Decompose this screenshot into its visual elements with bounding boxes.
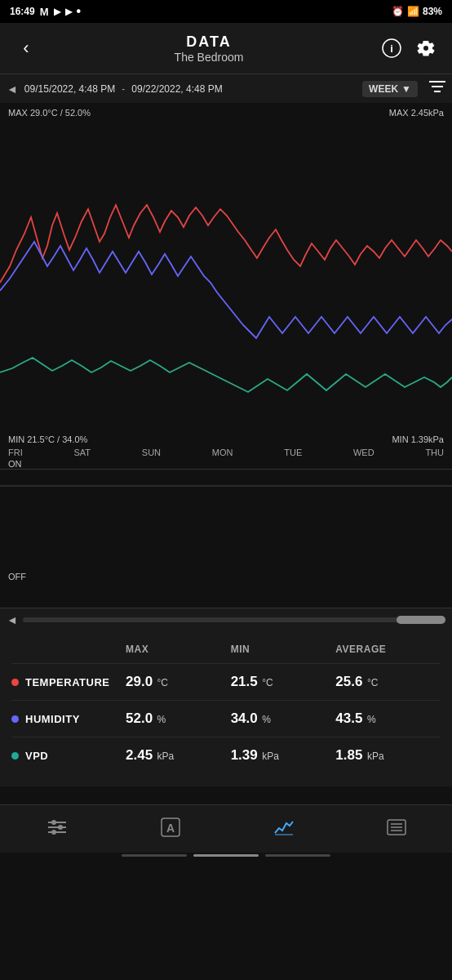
chart-svg xyxy=(0,119,452,430)
status-left: 16:49 M ▶ ▶ • xyxy=(10,4,81,19)
room-subtitle: The Bedroom xyxy=(41,51,377,64)
temperature-min: 21.5 °C xyxy=(231,674,336,690)
svg-point-8 xyxy=(51,820,56,825)
lower-chart: OFF xyxy=(0,469,452,608)
col-min: MIN xyxy=(231,644,336,655)
spacer xyxy=(0,786,452,803)
humidity-text: HUMIDITY xyxy=(25,713,80,725)
humidity-avg: 43.5 % xyxy=(335,710,441,727)
vpd-avg: 1.85 kPa xyxy=(335,747,441,764)
alarm-icon: ⏰ xyxy=(392,6,404,17)
max-right-label: MAX 2.45kPa xyxy=(389,108,444,118)
svg-text:i: i xyxy=(390,42,393,55)
filter-icon xyxy=(429,79,445,94)
status-bar: 16:49 M ▶ ▶ • ⏰ 📶 83% xyxy=(0,0,452,23)
table-row: VPD 2.45 kPa 1.39 kPa 1.85 kPa xyxy=(11,737,441,773)
max-left-label: MAX 29.0°C / 52.0% xyxy=(8,108,91,118)
week-selector[interactable]: WEEK ▼ xyxy=(362,81,418,97)
axis-tue: TUE xyxy=(284,448,302,457)
chart-icon xyxy=(273,818,295,836)
svg-point-10 xyxy=(58,825,63,830)
scroll-track[interactable] xyxy=(23,617,445,622)
filter-button[interactable] xyxy=(429,79,445,98)
page-title: DATA xyxy=(41,33,377,51)
table-row: TEMPERATURE 29.0 °C 21.5 °C 25.6 °C xyxy=(11,663,441,700)
vpd-text: VPD xyxy=(25,750,48,762)
start-date: 09/15/2022, 4:48 PM xyxy=(24,83,115,95)
vpd-max: 2.45 kPa xyxy=(126,747,231,764)
bottom-nav: A xyxy=(0,804,452,853)
m-icon: M xyxy=(40,6,49,18)
axis-mon: MON xyxy=(212,448,233,457)
temperature-max: 29.0 °C xyxy=(126,674,231,690)
on-label: ON xyxy=(0,459,452,469)
date-separator: - xyxy=(122,83,125,95)
col-max: MAX xyxy=(126,644,231,655)
dot-icon: • xyxy=(77,4,82,19)
nav-list-button[interactable] xyxy=(370,815,423,840)
svg-point-12 xyxy=(51,830,56,835)
date-range-bar: ◄ 09/15/2022, 4:48 PM - 09/22/2022, 4:48… xyxy=(0,74,452,103)
humidity-min: 34.0 % xyxy=(231,710,336,727)
axis-sun: SUN xyxy=(142,448,161,457)
scroll-thumb[interactable] xyxy=(397,616,445,624)
vpd-label: VPD xyxy=(11,750,126,762)
temperature-avg: 25.6 °C xyxy=(335,674,441,690)
temperature-dot xyxy=(11,679,19,686)
nav-profile-button[interactable]: A xyxy=(144,813,197,841)
humidity-max: 52.0 % xyxy=(126,710,231,727)
back-button[interactable]: ‹ xyxy=(11,33,41,63)
header-actions: i xyxy=(377,33,441,63)
axis-thu: THU xyxy=(425,448,444,457)
axis-wed: WED xyxy=(353,448,374,457)
main-chart-container: MAX 29.0°C / 52.0% MAX 2.45kPa MIN 21.5°… xyxy=(0,103,452,469)
date-back-arrow[interactable]: ◄ xyxy=(7,82,18,96)
axis-fri: FRI xyxy=(8,448,23,457)
nav-controls-button[interactable] xyxy=(30,815,84,840)
app-header: ‹ DATA The Bedroom i xyxy=(0,23,452,74)
col-avg: AVERAGE xyxy=(335,644,441,655)
play-icon: ▶ xyxy=(65,7,72,17)
settings-button[interactable] xyxy=(411,33,441,63)
scroll-ind-3 xyxy=(265,854,330,857)
sliders-icon xyxy=(47,818,68,836)
vpd-dot xyxy=(11,752,19,760)
vpd-min: 1.39 kPa xyxy=(231,747,336,764)
end-date: 09/22/2022, 4:48 PM xyxy=(131,83,222,95)
scroll-bar[interactable]: ◄ xyxy=(0,608,452,630)
chart-min-labels: MIN 21.5°C / 34.0% MIN 1.39kPa xyxy=(0,433,452,446)
lower-chart-svg xyxy=(0,470,452,592)
header-title-block: DATA The Bedroom xyxy=(41,33,377,64)
week-label: WEEK xyxy=(369,83,398,95)
svg-rect-5 xyxy=(0,119,452,430)
humidity-dot xyxy=(11,715,19,723)
table-row: HUMIDITY 52.0 % 34.0 % 43.5 % xyxy=(11,700,441,737)
temperature-text: TEMPERATURE xyxy=(25,676,109,688)
humidity-label: HUMIDITY xyxy=(11,713,126,725)
chart-max-labels: MAX 29.0°C / 52.0% MAX 2.45kPa xyxy=(0,106,452,119)
battery-display: 83% xyxy=(423,6,442,17)
scroll-left-arrow[interactable]: ◄ xyxy=(7,613,18,626)
youtube-icon: ▶ xyxy=(54,7,60,17)
scroll-ind-1 xyxy=(122,854,187,857)
svg-text:A: A xyxy=(166,822,174,835)
data-table-section: MAX MIN AVERAGE TEMPERATURE 29.0 °C 21.5… xyxy=(0,630,452,786)
scroll-ind-2 xyxy=(193,854,259,857)
gear-icon xyxy=(416,38,436,58)
info-button[interactable]: i xyxy=(377,33,406,63)
bottom-scroll-indicator xyxy=(0,853,452,858)
off-label: OFF xyxy=(8,572,26,581)
temperature-label: TEMPERATURE xyxy=(11,676,126,688)
chart-svg-area xyxy=(0,119,452,433)
time-display: 16:49 xyxy=(10,6,35,17)
list-icon xyxy=(387,818,406,836)
min-left-label: MIN 21.5°C / 34.0% xyxy=(8,434,87,444)
table-header: MAX MIN AVERAGE xyxy=(11,639,441,663)
wifi-icon: 📶 xyxy=(407,6,419,17)
status-right: ⏰ 📶 83% xyxy=(392,6,442,17)
col-label xyxy=(11,644,126,655)
chart-axis: FRI SAT SUN MON TUE WED THU xyxy=(0,446,452,459)
week-dropdown-arrow: ▼ xyxy=(401,83,411,95)
nav-chart-button[interactable] xyxy=(257,815,311,840)
svg-rect-6 xyxy=(0,470,452,592)
